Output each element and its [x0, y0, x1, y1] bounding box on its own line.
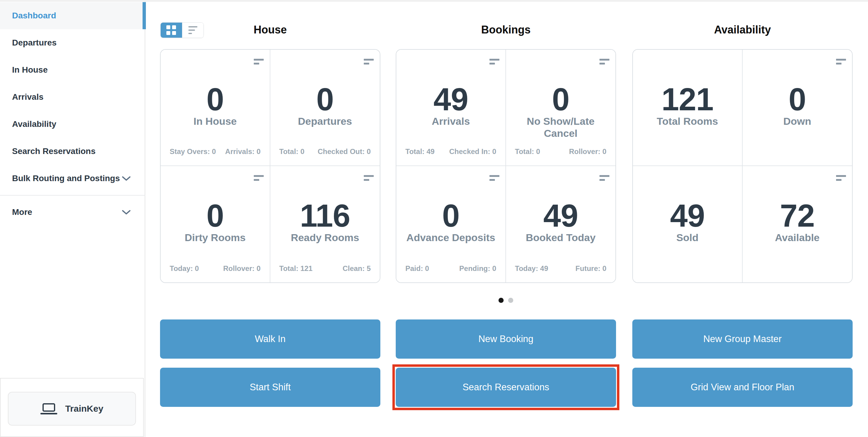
tile-label: Advance Deposits	[401, 231, 500, 244]
sidebar-divider	[0, 195, 145, 196]
carousel-dots	[396, 298, 616, 303]
sidebar-item-more[interactable]: More	[0, 198, 145, 226]
chevron-down-icon	[122, 176, 131, 181]
tile-label: Arrivals	[427, 115, 475, 127]
tile-stat-right: Checked Out: 0	[318, 147, 371, 156]
filter-bars-icon	[254, 175, 264, 181]
tile-stat-right: Rollover: 0	[223, 264, 260, 273]
new-booking-button[interactable]: New Booking	[396, 319, 616, 358]
filter-bars-icon	[599, 59, 610, 64]
tile-stat-left: Today: 0	[170, 264, 199, 273]
section-title-house: House	[160, 22, 380, 38]
sidebar-item-label: In House	[12, 65, 48, 75]
sidebar-item-in-house[interactable]: In House	[0, 56, 145, 84]
sidebar-nav: Dashboard Departures In House Arrivals A…	[0, 2, 145, 226]
tile-departures[interactable]: 0 Departures Total: 0 Checked Out: 0	[270, 50, 380, 166]
main-content: House Bookings Availability 0 In House S…	[160, 0, 868, 437]
tile-value: 0	[207, 84, 224, 115]
tile-stat-right: Clean: 5	[343, 264, 371, 273]
tile-no-show-late-cancel[interactable]: 0 No Show/Late Cancel Total: 0 Rollover:…	[506, 50, 616, 166]
tile-value: 0	[207, 200, 224, 231]
tile-label: No Show/Late Cancel	[506, 115, 616, 139]
walk-in-button[interactable]: Walk In	[160, 319, 380, 358]
tile-stat-left: Stay Overs: 0	[170, 147, 216, 156]
tile-label: Departures	[293, 115, 357, 127]
tile-value: 0	[316, 84, 334, 115]
tile-stat-left: Total: 121	[279, 264, 313, 273]
tile-sold[interactable]: 49 Sold	[633, 166, 743, 282]
filter-bars-icon	[364, 59, 374, 64]
filter-bars-icon	[599, 175, 610, 181]
filter-bars-icon	[490, 175, 499, 181]
sidebar-item-label: Departures	[12, 38, 57, 48]
filter-bars-icon	[364, 175, 374, 181]
window-top-edge	[0, 0, 868, 1]
filter-bars-icon	[254, 59, 264, 64]
trainkey-button[interactable]: TrainKey	[8, 392, 136, 426]
sidebar-item-availability[interactable]: Availability	[0, 111, 145, 138]
start-shift-button[interactable]: Start Shift	[160, 368, 380, 407]
tile-stat-left: Total: 0	[515, 147, 540, 156]
tile-available[interactable]: 72 Available	[743, 166, 852, 282]
sidebar-item-label: Availability	[12, 119, 56, 129]
active-item-indicator	[143, 2, 146, 29]
tile-booked-today[interactable]: 49 Booked Today Today: 49 Future: 0	[506, 166, 616, 282]
tile-stat-right: Pending: 0	[459, 264, 496, 273]
carousel-dot-2[interactable]	[508, 298, 513, 303]
sidebar-item-arrivals[interactable]: Arrivals	[0, 84, 145, 111]
new-group-master-button[interactable]: New Group Master	[632, 319, 852, 358]
tile-arrivals[interactable]: 49 Arrivals Total: 49 Checked In: 0	[396, 50, 506, 166]
tile-label: Sold	[672, 231, 704, 244]
tile-label: Dirty Rooms	[180, 231, 250, 244]
search-reservations-button[interactable]: Search Reservations	[396, 368, 616, 407]
section-title-bookings: Bookings	[396, 22, 616, 38]
tile-total-rooms[interactable]: 121 Total Rooms	[633, 50, 743, 166]
tile-value: 49	[433, 84, 468, 115]
search-reservations-highlight: Search Reservations	[393, 364, 619, 410]
tile-ready-rooms[interactable]: 116 Ready Rooms Total: 121 Clean: 5	[270, 166, 380, 282]
tile-value: 49	[670, 200, 705, 231]
tile-stat-left: Total: 49	[405, 147, 435, 156]
tile-label: Booked Today	[521, 231, 600, 244]
tile-stat-right: Checked In: 0	[449, 147, 496, 156]
trainkey-panel: TrainKey	[0, 378, 144, 437]
sidebar-item-dashboard[interactable]: Dashboard	[0, 2, 145, 29]
section-title-availability: Availability	[632, 22, 852, 38]
sidebar-item-bulk-routing-and-postings[interactable]: Bulk Routing and Postings	[0, 165, 145, 192]
tile-value: 0	[442, 200, 459, 231]
tile-value: 121	[661, 84, 713, 115]
sidebar-item-search-reservations[interactable]: Search Reservations	[0, 138, 145, 165]
tile-in-house[interactable]: 0 In House Stay Overs: 0 Arrivals: 0	[161, 50, 270, 166]
availability-card-group: 121 Total Rooms 0 Down 49 Sold 72 Availa…	[632, 49, 852, 283]
grid-view-and-floor-plan-button[interactable]: Grid View and Floor Plan	[632, 368, 852, 407]
tile-dirty-rooms[interactable]: 0 Dirty Rooms Today: 0 Rollover: 0	[161, 166, 270, 282]
tile-label: Down	[778, 115, 816, 127]
tile-down[interactable]: 0 Down	[743, 50, 852, 166]
sidebar-item-label: Bulk Routing and Postings	[12, 174, 120, 183]
tile-value: 0	[789, 84, 806, 115]
laptop-icon	[40, 403, 57, 414]
tile-stat-right: Future: 0	[575, 264, 607, 273]
sidebar-item-label: More	[12, 207, 32, 217]
tile-stat-right: Arrivals: 0	[225, 147, 260, 156]
tile-stat-right: Rollover: 0	[569, 147, 607, 156]
tile-label: Ready Rooms	[286, 231, 364, 244]
sidebar-item-label: Arrivals	[12, 92, 43, 102]
tile-label: Available	[770, 231, 824, 244]
chevron-down-icon	[122, 210, 131, 215]
sidebar: Dashboard Departures In House Arrivals A…	[0, 1, 145, 437]
tile-value: 116	[300, 200, 350, 231]
tile-stat-left: Paid: 0	[405, 264, 429, 273]
tile-stat-left: Total: 0	[279, 147, 305, 156]
filter-bars-icon	[490, 59, 499, 64]
tile-value: 49	[544, 200, 578, 231]
tile-label: Total Rooms	[652, 115, 723, 127]
tile-value: 72	[780, 200, 815, 231]
trainkey-label: TrainKey	[65, 404, 103, 414]
sidebar-item-label: Search Reservations	[12, 147, 96, 156]
sidebar-item-departures[interactable]: Departures	[0, 29, 145, 56]
tile-advance-deposits[interactable]: 0 Advance Deposits Paid: 0 Pending: 0	[396, 166, 506, 282]
carousel-dot-1[interactable]	[498, 298, 504, 303]
tile-label: In House	[189, 115, 242, 127]
house-card-group: 0 In House Stay Overs: 0 Arrivals: 0 0 D…	[160, 49, 380, 283]
